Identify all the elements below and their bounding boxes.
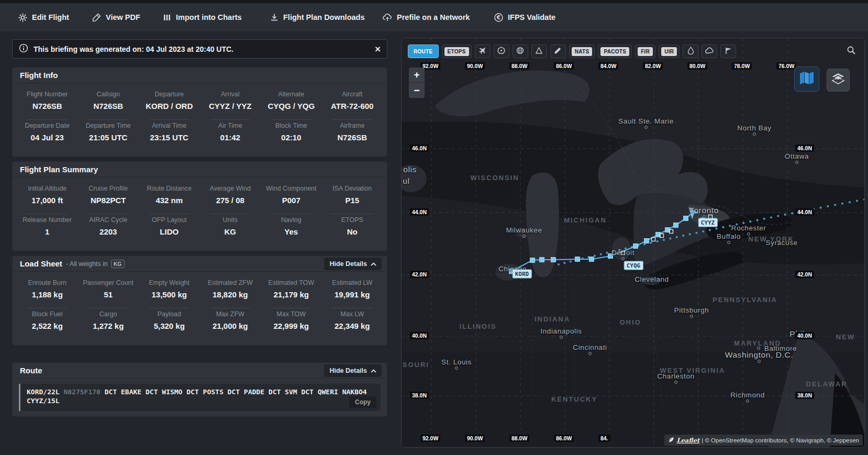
- map-style-button[interactable]: [794, 66, 819, 92]
- lon-label-top: 90.0W: [465, 62, 485, 70]
- state-label-indiana: INDIANA: [535, 315, 570, 323]
- globe-grid-icon: [516, 47, 524, 57]
- city-marker-pittsburgh: [690, 315, 693, 318]
- route-hide-details-button[interactable]: Hide Details: [324, 364, 382, 377]
- city-marker-sault-ste-marie: [644, 126, 648, 129]
- zoom-out-button[interactable]: −: [409, 83, 425, 98]
- triangle-waypoint-layer-button[interactable]: [531, 45, 547, 58]
- field-label: Arrival: [202, 91, 259, 98]
- field-route-distance: Route Distance432 nm: [139, 183, 200, 214]
- field-label: Alternate: [263, 91, 320, 98]
- field-empty-weight: Empty Weight13,500 kg: [139, 277, 200, 308]
- aircraft-layer-button[interactable]: [475, 45, 491, 58]
- top-toolbar: Edit FlightView PDFImport into ChartsFli…: [0, 3, 868, 31]
- route-string-box: KORD/22L N0275F170 DCT EBAKE DCT WISMO D…: [19, 384, 381, 411]
- prefile-on-a-network-button[interactable]: Prefile on a Network: [383, 3, 470, 31]
- banner-close-button[interactable]: ×: [375, 44, 381, 54]
- pencil-layer-button[interactable]: [550, 45, 566, 58]
- layer-badge-label: PACOTS: [600, 47, 629, 56]
- field-departure: DepartureKORD / ORD: [139, 88, 200, 120]
- field-label: Units: [202, 216, 259, 224]
- flight-info-grid: Flight NumberN726SBCallsignN726SBDepartu…: [13, 83, 387, 154]
- cloud-layer-button[interactable]: [702, 45, 717, 58]
- field-departure-time: Departure Time21:05 UTC: [78, 120, 139, 151]
- route-layer-button[interactable]: ROUTE: [408, 45, 439, 58]
- field-label: Aircraft: [324, 91, 381, 98]
- globe-grid-layer-button[interactable]: [513, 45, 528, 58]
- load-sheet-hide-details-button[interactable]: Hide Details: [324, 258, 382, 270]
- folded-map-icon: [799, 71, 815, 87]
- lat-label-left: 44.0N: [410, 208, 429, 216]
- field-value: 5,320 kg: [141, 321, 198, 330]
- field-estimated-lw: Estimated LW19,991 kg: [322, 277, 383, 308]
- map-canvas[interactable]: ROUTEETOPSNATSPACOTSFIRUIR + −: [402, 38, 864, 447]
- field-value: 22,999 kg: [263, 321, 320, 330]
- city-marker-rochester: [747, 232, 750, 236]
- field-label: Cargo: [80, 310, 137, 318]
- toolbar-item-label: Edit Flight: [32, 13, 69, 21]
- city-marker-charleston: [674, 381, 677, 384]
- flight-plan-summary-title: Flight Plan Summary: [20, 165, 98, 174]
- field-value: 13,500 kg: [141, 290, 198, 299]
- state-label-delawar: DELAWAR: [806, 380, 848, 388]
- field-departure-date: Departure Date04 Jul 23: [17, 120, 78, 151]
- vor-layer-button[interactable]: [494, 45, 509, 58]
- leaflet-link[interactable]: Leaflet: [676, 437, 699, 444]
- chevron-up-icon: [371, 260, 376, 268]
- waypoint-badge-cyqg: CYQG: [624, 261, 643, 270]
- field-block-time: Block Time02:10: [261, 120, 322, 151]
- flight-plan-downloads-button[interactable]: Flight Plan Downloads: [270, 3, 364, 31]
- zoom-in-button[interactable]: +: [409, 68, 425, 83]
- windsock-layer-button[interactable]: [720, 45, 736, 58]
- city-marker-richmond: [746, 399, 749, 403]
- download-icon: [270, 13, 279, 21]
- city-label-cincinnati: Cincinnati: [573, 343, 607, 351]
- map-layer-toolbar: ROUTEETOPSNATSPACOTSFIRUIR: [408, 44, 858, 59]
- state-label-new: NEW: [836, 333, 855, 341]
- pencil-icon: [554, 47, 562, 57]
- droplet-layer-button[interactable]: [683, 45, 698, 58]
- field-max-zfw: Max ZFW21,000 kg: [200, 308, 261, 340]
- field-label: Max TOW: [263, 310, 320, 318]
- field-air-time: Air Time01:42: [200, 120, 261, 151]
- nats-layer-button[interactable]: NATS: [569, 45, 595, 58]
- field-alternate: AlternateCYQG / YQG: [261, 88, 322, 120]
- field-units: UnitsKG: [200, 214, 261, 246]
- cloud-upload-icon: [383, 13, 392, 21]
- field-value: LIDO: [141, 227, 198, 236]
- city-marker-indianapolis: [560, 336, 563, 339]
- pacots-layer-button[interactable]: PACOTS: [598, 45, 632, 58]
- fir-layer-button[interactable]: FIR: [635, 45, 655, 58]
- layers-button[interactable]: [827, 69, 850, 92]
- map-search-button[interactable]: [844, 45, 858, 58]
- field-value: Yes: [263, 227, 320, 236]
- briefing-banner: This briefing was generated on: 04 Jul 2…: [12, 39, 387, 59]
- city-label-st-louis: St. Louis: [441, 358, 472, 366]
- import-into-charts-button[interactable]: Import into Charts: [163, 3, 242, 31]
- toolbar-item-label: Import into Charts: [176, 13, 242, 21]
- field-navlog: NavlogYes: [261, 214, 322, 246]
- info-icon: [19, 43, 28, 54]
- field-arrival: ArrivalCYYZ / YYZ: [200, 88, 261, 120]
- ifps-validate-button[interactable]: €IFPS Validate: [494, 3, 555, 31]
- field-value: 01:42: [202, 133, 259, 142]
- etops-layer-button[interactable]: ETOPS: [442, 45, 472, 58]
- field-value: P007: [263, 196, 320, 205]
- layer-badge-label: ROUTE: [410, 47, 436, 56]
- lat-label-left: 46.0N: [410, 145, 429, 152]
- lon-label-bottom: 90.0W: [465, 435, 485, 442]
- map-attribution: Leaflet | © OpenStreetMap contributors, …: [664, 435, 863, 446]
- field-value: 19,991 kg: [324, 290, 381, 299]
- field-initial-altitude: Initial Altitude17,000 ft: [17, 183, 78, 214]
- field-value: KG: [202, 227, 259, 236]
- view-pdf-button[interactable]: View PDF: [92, 3, 140, 31]
- copy-route-button[interactable]: Copy: [349, 396, 376, 408]
- field-wind-component: Wind ComponentP007: [261, 183, 322, 214]
- toolbar-item-label: IFPS Validate: [508, 13, 555, 21]
- uir-layer-button[interactable]: UIR: [659, 45, 680, 58]
- city-label-pittsburgh: Pittsburgh: [674, 306, 709, 314]
- field-label: Release Number: [19, 216, 76, 224]
- bar-chart-icon: [163, 13, 171, 21]
- edit-flight-button[interactable]: Edit Flight: [18, 3, 69, 31]
- field-label: Average Wind: [202, 185, 259, 192]
